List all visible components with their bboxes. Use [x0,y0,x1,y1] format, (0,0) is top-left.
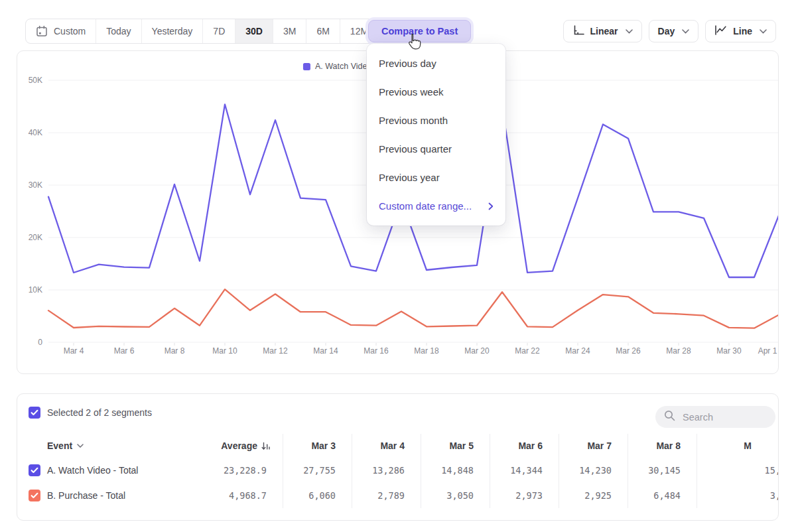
table-header-row: EventAverageMar 3Mar 4Mar 5Mar 6Mar 7Mar… [17,434,779,458]
search-box[interactable] [655,406,775,428]
range-button-custom[interactable]: Custom [26,19,96,43]
date-column-header[interactable]: Mar 8 [656,440,681,451]
search-icon [664,410,675,424]
date-value: 30,145 [648,465,681,476]
svg-text:Mar 24: Mar 24 [565,346,590,356]
custom-date-range-label: Custom date range... [379,200,472,212]
date-value: 13,286 [372,465,405,476]
date-value-clipped: 15, [765,465,779,476]
range-button-6m[interactable]: 6M [306,19,340,43]
segment-row: A. Watch Video - Total23,228.927,75513,2… [17,458,779,483]
svg-text:Mar 20: Mar 20 [464,346,490,356]
sort-descending-icon[interactable] [261,442,271,450]
date-value: 14,344 [510,465,543,476]
interval-dropdown[interactable]: Day [649,20,699,42]
range-label: 7D [213,26,225,36]
date-value: 14,848 [441,465,474,476]
date-value: 2,973 [515,490,543,501]
svg-text:50K: 50K [29,76,42,85]
date-column-header[interactable]: Mar 6 [518,440,543,451]
range-label: Yesterday [152,26,193,36]
menu-item-previous-quarter[interactable]: Previous quarter [367,135,505,163]
svg-text:20K: 20K [29,233,42,242]
range-button-3m[interactable]: 3M [273,19,306,43]
svg-text:Mar 8: Mar 8 [165,346,185,356]
svg-text:0: 0 [38,338,42,347]
segment-name: A. Watch Video - Total [47,465,138,476]
range-label: Custom [54,26,86,36]
svg-text:40K: 40K [29,128,42,137]
average-value: 4,968.7 [210,490,283,501]
menu-item-custom-date-range[interactable]: Custom date range... [367,192,505,220]
range-button-30d[interactable]: 30D [235,19,273,43]
range-button-today[interactable]: Today [96,19,141,43]
legend-swatch [303,63,310,70]
chart-controls: Linear Day Line [563,20,776,42]
chevron-down-icon [682,29,689,34]
svg-text:10K: 10K [29,285,42,295]
range-label: 3M [283,26,296,36]
segments-card: Selected 2 of 2 segments EventAverageMar… [17,393,779,521]
calendar-icon [36,25,48,37]
svg-text:Apr 1: Apr 1 [758,346,777,356]
scale-label: Linear [590,26,618,36]
svg-text:Mar 22: Mar 22 [515,346,540,356]
chart-type-dropdown[interactable]: Line [705,20,776,42]
segment-row: B. Purchase - Total4,968.76,0602,7893,05… [17,483,779,508]
date-value: 2,925 [584,490,612,501]
date-value-clipped: 3, [770,490,779,501]
svg-text:Mar 18: Mar 18 [414,346,439,356]
date-column-header[interactable]: Mar 3 [311,440,336,451]
date-column-header[interactable]: Mar 5 [449,440,474,451]
range-label: 30D [245,26,263,36]
date-value: 6,484 [653,490,681,501]
segments-table: EventAverageMar 3Mar 4Mar 5Mar 6Mar 7Mar… [17,434,779,508]
date-column-header[interactable]: Mar 7 [587,440,612,451]
axis-scale-icon [572,25,584,38]
date-column-header[interactable]: Mar 4 [380,440,405,451]
segment-checkbox[interactable] [29,490,40,501]
range-button-7d[interactable]: 7D [203,19,235,43]
date-range-group: CustomTodayYesterday7D30D3M6M12M [25,19,379,44]
range-label: 6M [316,26,329,36]
chart-type-label: Line [733,26,752,36]
svg-text:Mar 16: Mar 16 [364,346,389,356]
line-chart-icon [714,25,727,37]
svg-text:Mar 26: Mar 26 [616,346,641,356]
svg-text:30K: 30K [29,180,42,190]
interval-label: Day [658,26,675,36]
svg-text:Mar 10: Mar 10 [212,346,237,356]
event-column-header[interactable]: Event [47,440,210,451]
segment-checkbox[interactable] [29,464,40,476]
date-value: 3,050 [446,490,474,501]
average-column-header[interactable]: Average [221,440,257,451]
select-all-checkbox[interactable] [29,407,40,419]
date-value: 2,789 [377,490,405,501]
chevron-down-icon [760,29,767,34]
range-label: Today [106,26,131,36]
search-input[interactable] [681,411,761,423]
menu-item-previous-week[interactable]: Previous week [367,78,505,106]
menu-item-previous-day[interactable]: Previous day [367,49,505,78]
date-value: 27,755 [303,465,336,476]
range-label: 12M [350,26,368,36]
compare-to-past-button[interactable]: Compare to Past [368,20,471,42]
segment-name: B. Purchase - Total [47,490,125,501]
range-button-yesterday[interactable]: Yesterday [142,19,204,43]
chevron-down-icon [626,29,633,34]
compare-to-past-menu: Previous dayPrevious weekPrevious monthP… [367,44,505,226]
svg-text:Mar 30: Mar 30 [716,346,742,356]
selected-segments-label: Selected 2 of 2 segments [47,407,152,418]
menu-item-previous-month[interactable]: Previous month [367,106,505,135]
date-value: 6,060 [308,490,336,501]
svg-text:Mar 12: Mar 12 [263,346,288,356]
svg-text:Mar 4: Mar 4 [64,346,84,356]
svg-text:Mar 28: Mar 28 [666,346,691,356]
menu-item-previous-year[interactable]: Previous year [367,163,505,192]
scale-dropdown[interactable]: Linear [563,20,642,42]
average-value: 23,228.9 [210,465,283,476]
svg-text:Mar 6: Mar 6 [114,346,135,356]
chevron-down-icon [77,444,84,448]
svg-text:Mar 14: Mar 14 [313,346,338,356]
date-value: 14,230 [579,465,612,476]
